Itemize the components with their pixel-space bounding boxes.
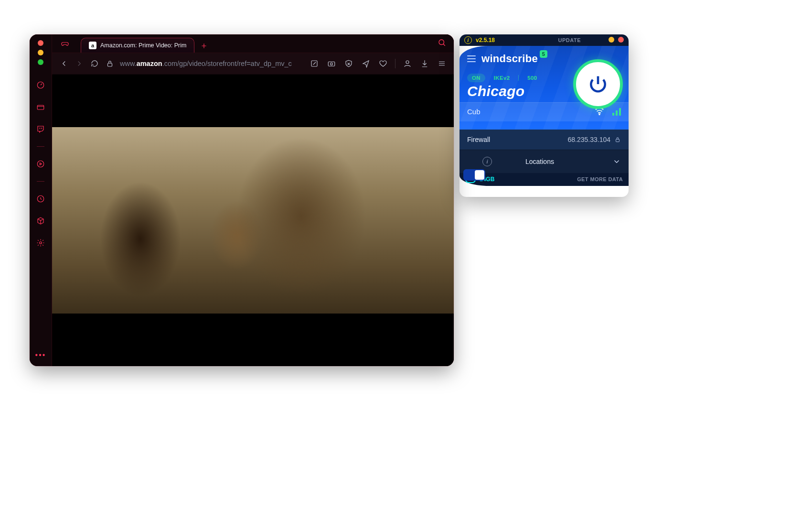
firewall-label: Firewall (467, 136, 490, 143)
camera-icon[interactable] (326, 58, 337, 69)
tab-favicon: a (89, 42, 96, 49)
separator (518, 75, 519, 81)
version-label: v2.5.18 (476, 37, 495, 43)
notification-badge[interactable]: 5 (540, 50, 547, 58)
gamepad-icon[interactable] (61, 39, 69, 50)
window-traffic-lights (38, 40, 43, 65)
new-tab-button[interactable] (197, 39, 211, 53)
vpn-window: v2.5.18 UPDATE windscribe 5 ON IKEv2 500… (459, 34, 629, 197)
port-label[interactable]: 500 (523, 74, 542, 82)
url-suffix: .com (162, 60, 177, 67)
svg-point-2 (37, 161, 44, 167)
chevron-down-icon (612, 157, 621, 166)
svg-point-4 (40, 242, 42, 244)
svg-rect-8 (328, 62, 335, 66)
download-icon[interactable] (419, 58, 430, 69)
browser-main: a Amazon.com: Prime Video: Prim www.amaz… (52, 34, 454, 366)
toolbar-right (309, 58, 447, 69)
settings-icon[interactable] (36, 238, 45, 248)
vpn-close-button[interactable] (618, 37, 624, 43)
sidebar-separator (37, 146, 44, 147)
cube-icon[interactable] (36, 216, 45, 226)
firewall-toggle[interactable] (463, 169, 485, 181)
svg-point-11 (599, 114, 600, 115)
get-more-data-button[interactable]: GET MORE DATA (577, 176, 623, 182)
info-icon[interactable] (464, 36, 472, 44)
shield-icon[interactable] (343, 58, 354, 69)
history-icon[interactable] (36, 194, 45, 204)
play-icon[interactable] (36, 159, 45, 169)
tab-strip: a Amazon.com: Prime Video: Prim (52, 34, 454, 53)
separator (395, 59, 395, 68)
svg-point-9 (331, 63, 333, 65)
sidebar-separator (37, 181, 44, 182)
vpn-traffic-lights (609, 37, 624, 43)
menu-icon[interactable] (437, 58, 447, 69)
svg-point-10 (406, 61, 409, 64)
svg-rect-1 (37, 105, 44, 109)
edit-icon[interactable] (309, 58, 320, 69)
address-bar: www.amazon.com/gp/video/storefront/ref=a… (52, 53, 454, 75)
lock-icon (614, 136, 621, 143)
svg-rect-12 (616, 139, 620, 141)
url-field[interactable]: www.amazon.com/gp/video/storefront/ref=a… (120, 60, 304, 67)
forward-button[interactable] (74, 58, 85, 69)
firewall-row: Firewall 68.235.33.104 (459, 130, 629, 150)
vpn-minimize-button[interactable] (609, 37, 614, 43)
twitch-icon[interactable] (36, 124, 45, 134)
video-viewport[interactable] (52, 75, 454, 366)
lock-icon[interactable] (105, 58, 115, 69)
locations-label: Locations (525, 158, 554, 165)
more-icon[interactable]: ••• (35, 351, 46, 359)
url-path: /gp/video/storefront/ref=atv_dp_mv_c (177, 60, 292, 67)
browser-window: ••• a Amazon.com: Prime Video: Prim (30, 34, 454, 366)
update-button[interactable]: UPDATE (558, 37, 581, 43)
tab-search-icon[interactable] (438, 38, 446, 49)
ip-address: 68.235.33.104 (567, 136, 610, 143)
vpn-header: windscribe 5 ON IKEv2 500 Chicago Cub (459, 46, 629, 130)
url-host: amazon (137, 60, 162, 67)
back-button[interactable] (59, 58, 69, 69)
url-prefix: www. (120, 60, 137, 67)
video-frame (52, 127, 454, 314)
svg-rect-6 (108, 63, 112, 66)
protocol-label[interactable]: IKEv2 (489, 74, 514, 82)
browser-tab[interactable]: a Amazon.com: Prime Video: Prim (81, 38, 194, 53)
svg-point-5 (439, 40, 444, 45)
tab-title: Amazon.com: Prime Video: Prim (100, 42, 186, 49)
send-icon[interactable] (361, 58, 371, 69)
signal-bars-icon (612, 108, 621, 116)
status-on-pill: ON (467, 74, 485, 82)
heart-icon[interactable] (378, 58, 388, 69)
menu-button[interactable] (467, 55, 476, 62)
profile-icon[interactable] (402, 58, 413, 69)
vpn-titlebar: v2.5.18 UPDATE (459, 34, 629, 46)
window-zoom-button[interactable] (38, 59, 43, 65)
brand-label: windscribe 5 (481, 53, 548, 65)
server-name: Cub (467, 108, 481, 116)
speed-dial-icon[interactable] (36, 80, 45, 90)
wallet-icon[interactable] (36, 102, 45, 112)
power-button[interactable] (573, 59, 623, 109)
reload-button[interactable] (89, 58, 100, 69)
window-minimize-button[interactable] (38, 50, 43, 55)
info-icon[interactable] (482, 157, 492, 166)
browser-sidebar: ••• (30, 34, 52, 366)
window-close-button[interactable] (38, 40, 43, 46)
